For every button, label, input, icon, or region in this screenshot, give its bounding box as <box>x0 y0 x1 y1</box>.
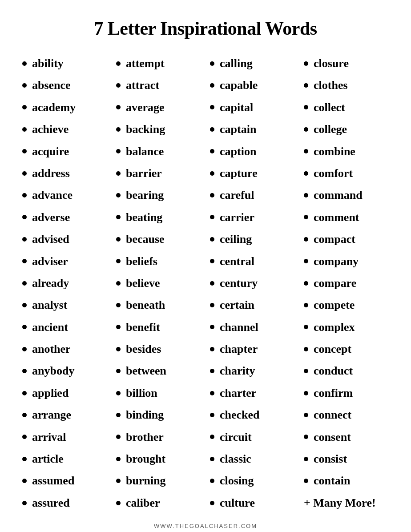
column-1: abilityabsenceacademyachieveacquireaddre… <box>18 52 112 514</box>
list-item: academy <box>22 97 107 118</box>
list-item: comment <box>304 206 389 228</box>
list-item: article <box>22 448 107 470</box>
word-text: binding <box>126 404 164 426</box>
word-text: century <box>220 272 258 294</box>
word-text: channel <box>220 316 258 338</box>
list-item: capable <box>210 74 295 96</box>
list-item: backing <box>116 118 201 140</box>
bullet-icon <box>22 149 27 153</box>
bullet-icon <box>22 501 27 505</box>
list-item: complex <box>304 316 389 338</box>
bullet-icon <box>210 105 214 109</box>
list-item: beneath <box>116 294 201 316</box>
column-4: closureclothescollectcollegecombinecomfo… <box>299 52 393 514</box>
list-item: century <box>210 272 295 294</box>
bullet-icon <box>304 215 308 219</box>
bullet-icon <box>304 105 308 109</box>
list-item: command <box>304 184 389 206</box>
list-item: address <box>22 162 107 184</box>
word-text: billion <box>126 382 157 404</box>
list-item: besides <box>116 338 201 360</box>
list-item: applied <box>22 382 107 404</box>
list-item: attract <box>116 74 201 96</box>
list-item: consent <box>304 426 389 448</box>
list-item: arrival <box>22 426 107 448</box>
bullet-icon <box>116 127 121 132</box>
word-text: analyst <box>32 294 67 316</box>
word-text: attempt <box>126 52 165 74</box>
bullet-icon <box>22 215 27 219</box>
list-item: beating <box>116 206 201 228</box>
word-text: attract <box>126 74 159 96</box>
list-item: advised <box>22 228 107 250</box>
word-text: barrier <box>126 162 162 184</box>
list-item: compare <box>304 272 389 294</box>
list-item: capital <box>210 97 295 118</box>
list-item: billion <box>116 382 201 404</box>
word-text: caliber <box>126 492 160 514</box>
word-text: academy <box>32 97 76 118</box>
bullet-icon <box>304 61 308 66</box>
bullet-icon <box>210 435 214 439</box>
word-text: capital <box>220 97 253 118</box>
list-item: barrier <box>116 162 201 184</box>
word-text: careful <box>220 184 254 206</box>
word-text: certain <box>220 294 254 316</box>
list-item: classic <box>210 448 295 470</box>
word-text: company <box>314 250 359 272</box>
bullet-icon <box>116 325 121 329</box>
list-item: arrange <box>22 404 107 426</box>
bullet-icon <box>116 369 121 373</box>
word-text: comfort <box>314 162 353 184</box>
word-text: adverse <box>32 206 70 228</box>
word-text: concept <box>314 338 351 360</box>
bullet-icon <box>210 347 214 351</box>
bullet-icon <box>304 479 308 483</box>
list-item: absence <box>22 74 107 96</box>
bullet-icon <box>116 237 121 242</box>
list-item: believe <box>116 272 201 294</box>
word-text: circuit <box>220 426 252 448</box>
word-grid: abilityabsenceacademyachieveacquireaddre… <box>18 52 393 514</box>
list-item: concept <box>304 338 389 360</box>
bullet-icon <box>22 237 27 242</box>
word-text: another <box>32 338 71 360</box>
word-text: ancient <box>32 316 68 338</box>
list-item: caption <box>210 141 295 162</box>
list-item: because <box>116 228 201 250</box>
bullet-icon <box>304 303 308 307</box>
word-text: achieve <box>32 118 68 140</box>
bullet-icon <box>22 369 27 373</box>
list-item: certain <box>210 294 295 316</box>
word-text: beneath <box>126 294 165 316</box>
bullet-icon <box>304 127 308 132</box>
bullet-icon <box>116 457 121 461</box>
list-item: clothes <box>304 74 389 96</box>
word-text: combine <box>314 141 355 162</box>
list-item: another <box>22 338 107 360</box>
bullet-icon <box>116 303 121 307</box>
many-more-label: + Many More! <box>304 492 389 514</box>
list-item: central <box>210 250 295 272</box>
word-text: brother <box>126 426 164 448</box>
list-item: brought <box>116 448 201 470</box>
word-text: adviser <box>32 250 68 272</box>
word-text: arrange <box>32 404 71 426</box>
word-text: complex <box>314 316 355 338</box>
bullet-icon <box>210 237 214 242</box>
bullet-icon <box>304 149 308 153</box>
word-text: capture <box>220 162 258 184</box>
bullet-icon <box>210 61 214 66</box>
word-text: consent <box>314 426 351 448</box>
list-item: compact <box>304 228 389 250</box>
bullet-icon <box>210 149 214 153</box>
footer-url: WWW.THEGOALCHASER.COM <box>154 523 257 529</box>
word-text: central <box>220 250 254 272</box>
list-item: benefit <box>116 316 201 338</box>
list-item: checked <box>210 404 295 426</box>
bullet-icon <box>304 83 308 88</box>
word-text: article <box>32 448 64 470</box>
word-text: closing <box>220 470 254 492</box>
word-text: ability <box>32 52 64 74</box>
list-item: closing <box>210 470 295 492</box>
